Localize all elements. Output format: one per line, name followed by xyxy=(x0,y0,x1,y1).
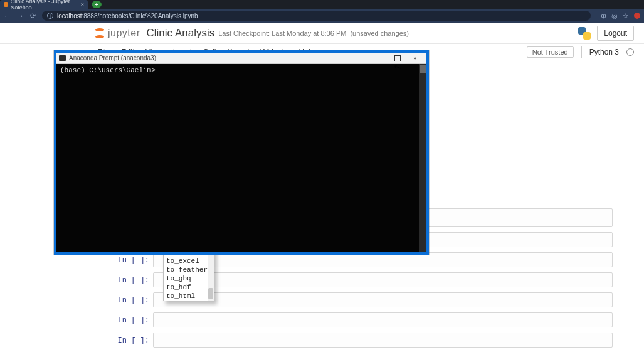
browser-toolbar: ← → ⟳ i localhost:8888/notebooks/Clinic%… xyxy=(0,9,644,23)
forward-icon[interactable]: → xyxy=(17,12,24,19)
scrollbar-thumb[interactable] xyxy=(208,288,213,299)
checkpoint-text: Last Checkpoint: Last Monday at 8:06 PM xyxy=(218,29,346,37)
not-trusted-button[interactable]: Not Trusted xyxy=(527,46,574,58)
notebook-title[interactable]: Clinic Analysis xyxy=(147,27,215,40)
separator xyxy=(581,46,582,58)
cell-row: In [ ]: xyxy=(107,312,613,327)
cell-prompt: In [ ]: xyxy=(107,312,153,325)
kernel-status-icon xyxy=(626,48,634,56)
tab-title: Clinic Analysis - Jupyter Noteboo xyxy=(11,0,81,11)
code-cell-input[interactable] xyxy=(153,312,613,327)
cmd-icon xyxy=(59,55,66,61)
zoom-icon[interactable]: ⊕ xyxy=(601,12,606,20)
cmd-body[interactable]: (base) C:\Users\Gaelim> xyxy=(56,64,426,252)
cell-prompt: In [ ]: xyxy=(107,272,153,285)
jupyter-header: jupyter Clinic Analysis Last Checkpoint:… xyxy=(0,23,644,44)
autocomplete-scrollbar[interactable] xyxy=(208,248,214,301)
site-info-icon[interactable]: i xyxy=(47,13,53,19)
cmd-title: Anaconda Prompt (anaconda3) xyxy=(69,55,156,61)
code-cell-input[interactable] xyxy=(153,272,613,287)
autocomplete-item[interactable]: to_gbq xyxy=(164,274,214,283)
browser-tab[interactable]: Clinic Analysis - Jupyter Noteboo × xyxy=(0,0,88,9)
code-cell-input[interactable] xyxy=(153,292,613,307)
jupyter-logo-icon xyxy=(94,28,105,39)
jupyter-logo[interactable]: jupyter xyxy=(94,28,140,39)
python-logo-icon xyxy=(578,27,591,40)
profile-icon[interactable] xyxy=(634,13,640,19)
autocomplete-item[interactable]: to_html xyxy=(164,292,214,301)
close-button[interactable]: × xyxy=(406,53,424,63)
url-text: localhost:8888/notebooks/Clinic%20Analys… xyxy=(57,13,198,19)
cell-row: In [ ]: xyxy=(107,333,613,348)
autocomplete-item[interactable]: to_feather xyxy=(164,265,214,274)
browser-tab-strip: Clinic Analysis - Jupyter Noteboo × + xyxy=(0,0,644,9)
address-bar[interactable]: i localhost:8888/notebooks/Clinic%20Anal… xyxy=(42,11,591,21)
cmd-titlebar[interactable]: Anaconda Prompt (anaconda3) × xyxy=(56,53,426,64)
cell-prompt: In [ ]: xyxy=(107,292,153,305)
tab-favicon xyxy=(4,2,8,7)
anaconda-prompt-window[interactable]: Anaconda Prompt (anaconda3) × (base) C:\… xyxy=(54,50,429,255)
new-tab-button[interactable]: + xyxy=(92,1,102,8)
kernel-name[interactable]: Python 3 xyxy=(589,48,619,56)
back-icon[interactable]: ← xyxy=(4,12,11,19)
reload-icon[interactable]: ⟳ xyxy=(30,12,36,20)
code-cell-input[interactable] xyxy=(153,333,613,348)
bookmark-icon[interactable]: ☆ xyxy=(623,12,629,20)
tab-close-icon[interactable]: × xyxy=(81,1,84,8)
logout-button[interactable]: Logout xyxy=(597,26,634,41)
cell-prompt: In [ ]: xyxy=(107,333,153,345)
minimize-button[interactable] xyxy=(371,53,389,63)
scrollbar-thumb[interactable] xyxy=(420,65,426,73)
cmd-output-line: (base) C:\Users\Gaelim> xyxy=(56,64,426,77)
cmd-scrollbar[interactable] xyxy=(419,64,426,252)
extension-icon[interactable]: ◎ xyxy=(611,12,618,20)
unsaved-text: (unsaved changes) xyxy=(350,29,409,37)
autocomplete-item[interactable]: to_excel xyxy=(164,257,214,265)
autocomplete-popup[interactable]: to_dict to_excel to_feather to_gbq to_hd… xyxy=(163,247,214,301)
autocomplete-item[interactable]: to_hdf xyxy=(164,283,214,292)
jupyter-logo-text: jupyter xyxy=(108,28,140,39)
